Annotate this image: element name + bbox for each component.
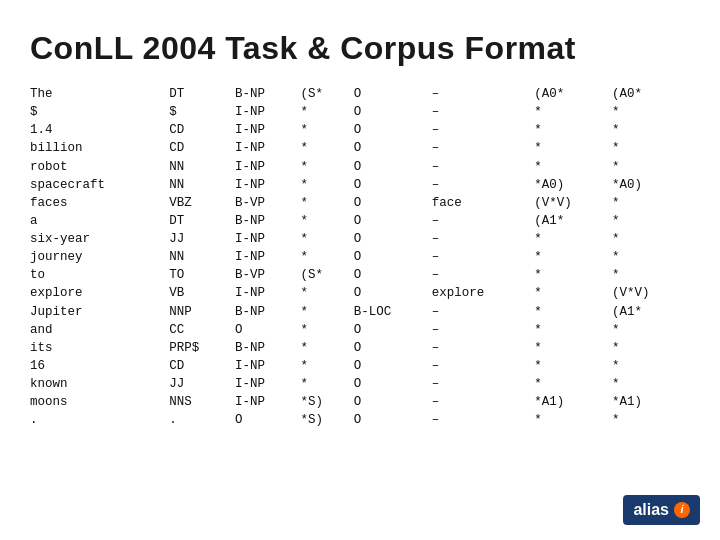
cell-16-7: * xyxy=(612,375,690,393)
table-row: ..O*S)O–** xyxy=(30,411,690,429)
cell-2-5: – xyxy=(432,121,534,139)
cell-14-3: * xyxy=(301,339,354,357)
cell-0-5: – xyxy=(432,85,534,103)
cell-16-4: O xyxy=(354,375,432,393)
cell-15-2: I-NP xyxy=(235,357,301,375)
table-row: billionCDI-NP*O–** xyxy=(30,139,690,157)
table-row: spacecraftNNI-NP*O–*A0)*A0) xyxy=(30,176,690,194)
cell-2-3: * xyxy=(301,121,354,139)
cell-12-0: Jupiter xyxy=(30,303,169,321)
cell-16-2: I-NP xyxy=(235,375,301,393)
cell-14-6: * xyxy=(534,339,612,357)
cell-12-1: NNP xyxy=(169,303,235,321)
table-row: robotNNI-NP*O–** xyxy=(30,158,690,176)
cell-13-0: and xyxy=(30,321,169,339)
table-row: journeyNNI-NP*O–** xyxy=(30,248,690,266)
cell-5-4: O xyxy=(354,176,432,194)
cell-6-1: VBZ xyxy=(169,194,235,212)
cell-15-3: * xyxy=(301,357,354,375)
cell-3-2: I-NP xyxy=(235,139,301,157)
cell-8-2: I-NP xyxy=(235,230,301,248)
cell-10-4: O xyxy=(354,266,432,284)
cell-13-2: O xyxy=(235,321,301,339)
cell-5-1: NN xyxy=(169,176,235,194)
table-row: exploreVBI-NP*Oexplore*(V*V) xyxy=(30,284,690,302)
cell-2-0: 1.4 xyxy=(30,121,169,139)
logo-area: alias xyxy=(623,495,700,525)
cell-5-6: *A0) xyxy=(534,176,612,194)
cell-7-3: * xyxy=(301,212,354,230)
cell-9-2: I-NP xyxy=(235,248,301,266)
cell-5-5: – xyxy=(432,176,534,194)
cell-12-7: (A1* xyxy=(612,303,690,321)
cell-15-1: CD xyxy=(169,357,235,375)
cell-11-4: O xyxy=(354,284,432,302)
cell-18-0: . xyxy=(30,411,169,429)
cell-17-5: – xyxy=(432,393,534,411)
cell-7-2: B-NP xyxy=(235,212,301,230)
cell-11-7: (V*V) xyxy=(612,284,690,302)
cell-17-0: moons xyxy=(30,393,169,411)
table-row: 1.4CDI-NP*O–** xyxy=(30,121,690,139)
cell-18-5: – xyxy=(432,411,534,429)
cell-3-3: * xyxy=(301,139,354,157)
cell-17-6: *A1) xyxy=(534,393,612,411)
cell-8-5: – xyxy=(432,230,534,248)
logo-icon xyxy=(674,502,690,518)
cell-15-0: 16 xyxy=(30,357,169,375)
cell-7-1: DT xyxy=(169,212,235,230)
cell-8-7: * xyxy=(612,230,690,248)
cell-18-3: *S) xyxy=(301,411,354,429)
cell-15-5: – xyxy=(432,357,534,375)
cell-11-2: I-NP xyxy=(235,284,301,302)
cell-8-0: six-year xyxy=(30,230,169,248)
cell-6-6: (V*V) xyxy=(534,194,612,212)
cell-10-7: * xyxy=(612,266,690,284)
cell-9-0: journey xyxy=(30,248,169,266)
cell-1-4: O xyxy=(354,103,432,121)
cell-4-4: O xyxy=(354,158,432,176)
cell-9-4: O xyxy=(354,248,432,266)
table-row: itsPRP$B-NP*O–** xyxy=(30,339,690,357)
corpus-table: TheDTB-NP(S*O–(A0*(A0*$$I-NP*O–**1.4CDI-… xyxy=(30,85,690,429)
cell-17-7: *A1) xyxy=(612,393,690,411)
cell-2-7: * xyxy=(612,121,690,139)
cell-4-1: NN xyxy=(169,158,235,176)
cell-14-4: O xyxy=(354,339,432,357)
cell-8-6: * xyxy=(534,230,612,248)
cell-0-4: O xyxy=(354,85,432,103)
cell-18-1: . xyxy=(169,411,235,429)
cell-9-3: * xyxy=(301,248,354,266)
cell-6-4: O xyxy=(354,194,432,212)
cell-10-2: B-VP xyxy=(235,266,301,284)
cell-5-7: *A0) xyxy=(612,176,690,194)
cell-2-6: * xyxy=(534,121,612,139)
cell-7-6: (A1* xyxy=(534,212,612,230)
table-row: andCCO*O–** xyxy=(30,321,690,339)
cell-14-2: B-NP xyxy=(235,339,301,357)
cell-3-6: * xyxy=(534,139,612,157)
cell-0-3: (S* xyxy=(301,85,354,103)
cell-0-7: (A0* xyxy=(612,85,690,103)
cell-0-6: (A0* xyxy=(534,85,612,103)
cell-11-6: * xyxy=(534,284,612,302)
cell-2-2: I-NP xyxy=(235,121,301,139)
table-row: six-yearJJI-NP*O–** xyxy=(30,230,690,248)
cell-4-7: * xyxy=(612,158,690,176)
slide: ConLL 2004 Task & Corpus Format TheDTB-N… xyxy=(0,0,720,540)
cell-2-1: CD xyxy=(169,121,235,139)
cell-5-2: I-NP xyxy=(235,176,301,194)
cell-18-2: O xyxy=(235,411,301,429)
cell-6-5: face xyxy=(432,194,534,212)
cell-1-2: I-NP xyxy=(235,103,301,121)
cell-6-2: B-VP xyxy=(235,194,301,212)
cell-1-7: * xyxy=(612,103,690,121)
cell-13-1: CC xyxy=(169,321,235,339)
cell-6-7: * xyxy=(612,194,690,212)
cell-12-5: – xyxy=(432,303,534,321)
table-row: facesVBZB-VP*Oface(V*V)* xyxy=(30,194,690,212)
cell-0-0: The xyxy=(30,85,169,103)
cell-12-4: B-LOC xyxy=(354,303,432,321)
cell-11-0: explore xyxy=(30,284,169,302)
cell-16-3: * xyxy=(301,375,354,393)
